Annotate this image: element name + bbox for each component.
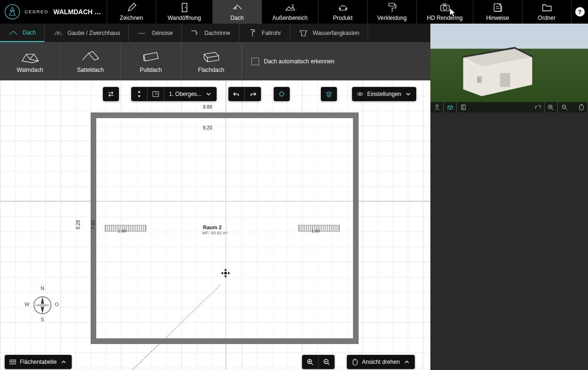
preview-3d-render	[430, 24, 588, 112]
preview-layers-icon[interactable]	[457, 102, 470, 112]
mouse-icon	[352, 359, 358, 365]
svg-point-6	[443, 6, 447, 10]
preview-toolbar	[430, 102, 588, 112]
chevron-down-icon	[405, 91, 412, 97]
nav-wandoeffnung[interactable]: Wandöffnung	[156, 0, 212, 24]
nav-produkt[interactable]: Produkt	[318, 0, 367, 24]
nav-aussenbereich[interactable]: Außenbereich	[261, 0, 318, 24]
nav-label: Dach	[230, 15, 244, 21]
area-table-label: Flächentabelle	[20, 359, 57, 365]
hip-roof-icon	[20, 50, 40, 64]
help-button[interactable]: ?	[571, 0, 588, 24]
subtab-gaube[interactable]: Gaube / Zwerchhaus	[45, 24, 129, 42]
preview-person-icon[interactable]	[430, 102, 444, 112]
nav-label: Hinweise	[486, 15, 509, 21]
roofopt-label: Walmdach	[17, 67, 43, 73]
cedreo-logo	[5, 3, 20, 20]
gable-roof-icon	[81, 50, 101, 64]
subtab-dachrinne[interactable]: Dachrinne	[182, 24, 239, 42]
gutter-icon	[190, 30, 200, 36]
subtab-label: Fallrohr	[262, 30, 281, 36]
subtab-genoise[interactable]: Génoise	[129, 24, 182, 42]
svg-point-19	[224, 272, 227, 275]
zoom-out-button[interactable]	[319, 355, 335, 369]
compass-w: W	[25, 301, 29, 307]
preview-scale-icon[interactable]	[531, 102, 545, 112]
floor-selector-label: 1. Oberges...	[169, 91, 202, 97]
preview-zoom-out-icon[interactable]	[558, 102, 571, 112]
area-table-pill[interactable]: Flächentabelle	[5, 355, 72, 369]
svg-rect-4	[389, 3, 395, 6]
logo-area: CEDREO WALMDACH MI...	[0, 0, 107, 24]
nav-hinweise[interactable]: Hinweise	[473, 0, 522, 24]
floorplan-icon	[152, 91, 159, 97]
zoom-pill	[302, 355, 335, 369]
door-icon	[179, 2, 190, 13]
subtab-label: Dach	[23, 29, 36, 36]
chevron-down-icon	[205, 91, 212, 97]
undo-icon	[233, 91, 240, 97]
auto-detect-roof[interactable]: Dach automatisch erkennen	[242, 43, 344, 80]
svg-rect-1	[182, 3, 187, 12]
roofopt-walmdach[interactable]: Walmdach	[0, 43, 60, 80]
redo-button[interactable]	[245, 87, 261, 101]
move-handle-icon[interactable]	[220, 267, 231, 279]
preview-mouse-icon[interactable]	[575, 102, 588, 112]
logo-text: CEDREO	[25, 9, 49, 14]
roofopt-label: Flachdach	[198, 67, 224, 73]
settings-label: Einstellungen	[367, 91, 401, 97]
floor-up-down-button[interactable]	[131, 87, 148, 101]
compass-n: N	[41, 285, 44, 291]
swap-button[interactable]	[103, 87, 119, 101]
layers-button[interactable]	[321, 87, 337, 101]
undo-button[interactable]	[228, 87, 245, 101]
subtab-fallrohr[interactable]: Fallrohr	[239, 24, 290, 42]
top-toolbar: CEDREO WALMDACH MI... Zeichnen Wandöffnu…	[0, 0, 588, 24]
roofopt-satteldach[interactable]: Satteldach	[60, 43, 121, 80]
floorplan-canvas[interactable]: 9.88 9.20 8.28 7.60 Raum 2 WF: 69.92 m² …	[0, 80, 430, 370]
svg-point-3	[292, 5, 294, 7]
house-3d-shape	[454, 38, 546, 99]
auto-detect-checkbox[interactable]	[252, 58, 259, 65]
nav-zeichnen[interactable]: Zeichnen	[107, 0, 156, 24]
preview-3d-panel[interactable]	[430, 24, 588, 112]
chevron-up-icon	[403, 359, 410, 365]
subtab-label: Wasserfangkasten	[313, 30, 360, 36]
svg-point-14	[436, 105, 438, 107]
zoom-in-button[interactable]	[302, 355, 319, 369]
floor-selector-dropdown[interactable]: 1. Oberges...	[164, 87, 217, 101]
folder-icon	[542, 2, 552, 13]
room-area-label: WF: 69.92 m²	[202, 231, 228, 235]
hopper-icon	[299, 30, 308, 36]
compass-o: O	[55, 301, 59, 307]
subtab-dach[interactable]: Dach	[0, 24, 45, 42]
dimension-inner-height: 7.60	[91, 220, 96, 229]
subtab-label: Gaube / Zwerchhaus	[67, 30, 120, 36]
target-icon	[278, 91, 285, 97]
roof-subtabs: Dach Gaube / Zwerchhaus Génoise Dachrinn…	[0, 24, 430, 43]
preview-3d-icon[interactable]	[444, 102, 457, 112]
nav-hd-rendering[interactable]: HD Rendering	[416, 0, 473, 24]
roofopt-pultdach[interactable]: Pultdach	[121, 43, 181, 80]
floor-plan-icon-button[interactable]	[148, 87, 164, 101]
compass-s: S	[41, 317, 44, 322]
svg-rect-7	[443, 4, 446, 5]
shed-roof-icon	[141, 50, 161, 64]
rotate-view-pill[interactable]: Ansicht drehen	[347, 355, 415, 369]
chevron-up-icon	[60, 359, 67, 365]
nav-label: Außenbereich	[272, 15, 308, 21]
nav-ordner[interactable]: Ordner	[522, 0, 571, 24]
settings-pill[interactable]: Einstellungen	[352, 87, 416, 101]
rotate-view-label: Ansicht drehen	[362, 359, 400, 365]
nav-label: Verkleidung	[377, 15, 407, 21]
nav-dach[interactable]: Dach	[212, 0, 261, 24]
svg-rect-13	[477, 77, 482, 83]
window-left-dim: 1.80	[118, 229, 126, 233]
roofopt-label: Satteldach	[77, 67, 104, 73]
preview-zoom-in-icon[interactable]	[545, 102, 558, 112]
roofopt-flachdach[interactable]: Flachdach	[181, 43, 242, 80]
target-button[interactable]	[274, 87, 290, 101]
nav-verkleidung[interactable]: Verkleidung	[367, 0, 416, 24]
subtab-wasserfangkasten[interactable]: Wasserfangkasten	[290, 24, 369, 42]
table-icon	[9, 359, 16, 365]
